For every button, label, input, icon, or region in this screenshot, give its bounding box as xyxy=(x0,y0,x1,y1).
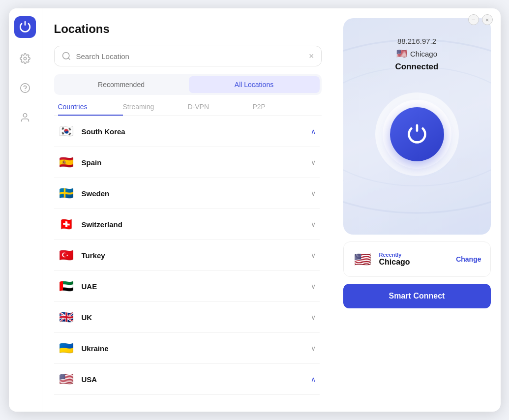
power-button[interactable] xyxy=(390,107,444,161)
tab-all-locations[interactable]: All Locations xyxy=(189,76,320,93)
close-button[interactable]: × xyxy=(482,14,493,25)
right-panel: 88.216.97.2 🇺🇸 Chicago Connected xyxy=(333,8,501,412)
sub-tab-p2p[interactable]: P2P xyxy=(253,103,318,111)
country-flag: 🇬🇧 xyxy=(58,309,75,326)
sub-tab-countries[interactable]: Countries xyxy=(58,103,123,116)
country-name: Turkey xyxy=(82,251,311,260)
ip-address: 88.216.97.2 xyxy=(397,37,436,45)
sidebar-item-profile[interactable] xyxy=(16,109,34,126)
country-name: USA xyxy=(82,375,311,384)
country-name: UK xyxy=(82,313,311,322)
minimize-button[interactable]: − xyxy=(468,14,479,25)
search-input[interactable] xyxy=(76,52,304,60)
svg-point-4 xyxy=(62,53,69,59)
help-icon xyxy=(20,83,30,93)
country-row[interactable]: 🇰🇷 South Korea ∧ xyxy=(54,116,320,147)
chevron-icon: ∨ xyxy=(311,313,316,321)
tab-recommended[interactable]: Recommended xyxy=(56,76,187,93)
chevron-icon: ∨ xyxy=(311,344,316,352)
search-bar: × xyxy=(54,46,322,66)
recently-card: 🇺🇸 Recently Chicago Change xyxy=(343,241,491,277)
country-name: Sweden xyxy=(82,189,311,198)
country-flag: 🇺🇸 xyxy=(58,371,75,388)
power-ring-outer xyxy=(375,92,459,176)
country-row[interactable]: 🇬🇧 UK ∨ xyxy=(54,302,320,333)
country-name: Switzerland xyxy=(82,220,311,229)
sidebar xyxy=(9,8,42,412)
power-ring-inner xyxy=(383,100,451,169)
svg-point-0 xyxy=(24,57,27,60)
svg-point-1 xyxy=(21,84,30,92)
chevron-icon: ∨ xyxy=(311,282,316,290)
country-name: South Korea xyxy=(82,127,311,136)
page-title: Locations xyxy=(54,22,322,36)
country-row[interactable]: 🇹🇷 Turkey ∨ xyxy=(54,240,320,271)
chevron-icon: ∨ xyxy=(311,251,316,259)
left-panel: Locations × Recommended All Locations Co… xyxy=(42,8,333,412)
country-name: Spain xyxy=(82,158,311,167)
country-flag: 🇸🇪 xyxy=(58,185,75,202)
country-row[interactable]: 🇺🇦 Ukraine ∨ xyxy=(54,333,320,364)
svg-point-3 xyxy=(23,114,27,117)
location-tabs: Recommended All Locations xyxy=(54,74,322,95)
chevron-icon: ∨ xyxy=(311,158,316,166)
power-icon xyxy=(19,21,31,33)
recently-flag: 🇺🇸 xyxy=(353,249,373,270)
change-button[interactable]: Change xyxy=(456,255,481,263)
svg-line-5 xyxy=(68,58,70,60)
window-controls: − × xyxy=(468,14,493,25)
country-flag: 🇨🇭 xyxy=(58,216,75,233)
power-button-container xyxy=(375,92,459,176)
recently-info: Recently Chicago xyxy=(379,252,450,267)
chevron-icon: ∧ xyxy=(311,127,316,135)
chevron-icon: ∨ xyxy=(311,220,316,228)
sidebar-item-help[interactable] xyxy=(16,79,34,97)
country-row[interactable]: 🇸🇪 Sweden ∨ xyxy=(54,178,320,209)
chevron-icon: ∧ xyxy=(311,375,316,383)
sidebar-item-settings[interactable] xyxy=(16,50,34,67)
country-row[interactable]: 🇨🇭 Switzerland ∨ xyxy=(54,209,320,240)
sub-tab-streaming[interactable]: Streaming xyxy=(123,103,188,111)
sidebar-logo[interactable] xyxy=(14,16,36,38)
search-clear-button[interactable]: × xyxy=(309,52,314,60)
connection-city: Chicago xyxy=(410,50,437,58)
main-content: Locations × Recommended All Locations Co… xyxy=(42,8,501,412)
sub-tabs: Countries Streaming D-VPN P2P xyxy=(54,103,322,116)
power-btn-icon xyxy=(406,123,428,145)
recently-label: Recently xyxy=(379,252,450,258)
country-row[interactable]: 🇦🇪 UAE ∨ xyxy=(54,271,320,302)
connection-flag: 🇺🇸 xyxy=(396,48,407,59)
location-badge: 🇺🇸 Chicago xyxy=(396,48,437,59)
country-list: 🇰🇷 South Korea ∧ 🇪🇸 Spain ∨ 🇸🇪 Sweden ∨ … xyxy=(54,116,322,400)
country-flag: 🇹🇷 xyxy=(58,247,75,264)
gear-icon xyxy=(20,53,30,64)
country-name: UAE xyxy=(82,282,311,291)
country-row[interactable]: 🇪🇸 Spain ∨ xyxy=(54,147,320,178)
chevron-icon: ∨ xyxy=(311,189,316,197)
countries-section: Countries Streaming D-VPN P2P 🇰🇷 South K… xyxy=(54,103,322,400)
country-flag: 🇺🇦 xyxy=(58,340,75,357)
connection-card: 88.216.97.2 🇺🇸 Chicago Connected xyxy=(343,18,491,235)
country-row[interactable]: 🇺🇸 USA ∧ xyxy=(54,364,320,395)
country-flag: 🇦🇪 xyxy=(58,278,75,295)
smart-connect-button[interactable]: Smart Connect xyxy=(343,284,491,308)
country-flag: 🇪🇸 xyxy=(58,154,75,171)
country-flag: 🇰🇷 xyxy=(58,123,75,140)
country-name: Ukraine xyxy=(82,344,311,353)
search-icon xyxy=(61,51,71,61)
recently-city: Chicago xyxy=(379,258,450,267)
sub-tab-dvpn[interactable]: D-VPN xyxy=(188,103,253,111)
connection-status: Connected xyxy=(395,62,439,72)
profile-icon xyxy=(20,112,30,123)
